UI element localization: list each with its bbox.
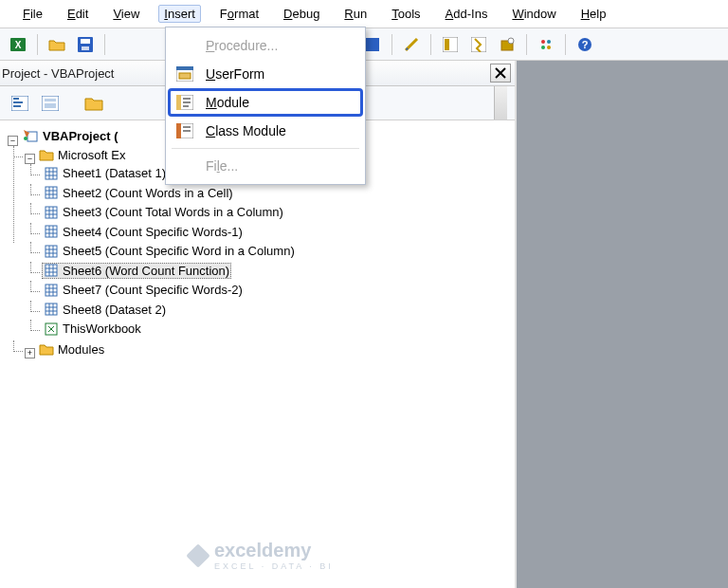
svg-point-16 <box>547 46 551 49</box>
worksheet-icon <box>44 303 59 316</box>
tree-modules[interactable]: Modules <box>37 341 106 358</box>
worksheet-icon <box>44 245 59 258</box>
expander-icon[interactable]: − <box>25 154 35 164</box>
svg-rect-53 <box>46 265 57 276</box>
menu-separator <box>172 148 359 149</box>
userform-icon <box>175 65 194 83</box>
tree-item-label: Sheet5 (Count Specific Word in a Column) <box>63 244 295 258</box>
mdi-client-area <box>517 61 728 588</box>
svg-rect-28 <box>46 168 57 179</box>
project-tree: −VBAProject (m)−Microsoft ExSheet1 (Data… <box>0 120 515 588</box>
menu-item-class-module[interactable]: Class Module <box>168 117 363 145</box>
menu-insert[interactable]: Insert <box>158 5 201 23</box>
svg-rect-3 <box>81 39 90 44</box>
watermark-brand: exceldemy <box>214 540 334 561</box>
menu-tools[interactable]: Tools <box>386 5 426 23</box>
svg-rect-24 <box>45 99 56 101</box>
menu-item-label: File... <box>206 158 238 174</box>
classmod-icon <box>175 122 194 139</box>
menu-edit[interactable]: Edit <box>62 5 94 23</box>
folder-icon[interactable] <box>82 91 106 116</box>
save-icon[interactable] <box>73 32 98 57</box>
open-icon[interactable] <box>45 32 69 57</box>
menu-add-ins[interactable]: Add-Ins <box>440 5 494 23</box>
tree-sheet-item[interactable]: Sheet2 (Count Words in a Cell) <box>42 185 235 201</box>
svg-point-13 <box>541 40 545 44</box>
svg-rect-7 <box>366 38 379 51</box>
tree-sheet-item[interactable]: Sheet8 (Dataset 2) <box>42 302 168 318</box>
workbook-icon <box>44 322 59 336</box>
tree-item-label: Sheet4 (Count Specific Words-1) <box>63 225 243 239</box>
svg-text:?: ? <box>582 39 589 50</box>
tree-sheet-item[interactable]: Sheet1 (Dataset 1) <box>42 165 168 181</box>
menu-item-module[interactable]: Module <box>168 88 363 117</box>
project-explorer-icon[interactable] <box>438 32 463 57</box>
view-code-icon[interactable] <box>8 91 32 116</box>
tree-item-label: Modules <box>58 342 104 357</box>
menu-item-file-: File... <box>168 152 363 180</box>
excel-app-icon[interactable]: X <box>6 32 30 57</box>
worksheet-icon <box>44 206 59 219</box>
folder-icon <box>39 149 54 161</box>
tree-sheet-item[interactable]: Sheet5 (Count Specific Word in a Column) <box>42 243 297 259</box>
tree-root[interactable]: VBAProject ( <box>20 127 119 144</box>
menu-item-label: Module <box>206 95 249 110</box>
svg-point-27 <box>24 137 27 140</box>
menu-file[interactable]: File <box>17 5 48 23</box>
expander-icon[interactable]: − <box>8 136 18 146</box>
menu-item-procedure-: Procedure... <box>168 31 363 60</box>
insert-menu-dropdown: Procedure...UserFormModuleClass ModuleFi… <box>165 27 366 185</box>
blank-icon <box>175 157 194 175</box>
properties-icon[interactable] <box>466 32 491 57</box>
menu-item-userform[interactable]: UserForm <box>168 60 363 88</box>
tree-excel-objects[interactable]: Microsoft Ex <box>37 147 128 163</box>
tree-item-label: VBAProject ( <box>43 129 118 143</box>
menu-item-label: Class Module <box>206 123 286 138</box>
svg-rect-75 <box>183 101 191 103</box>
svg-rect-22 <box>13 105 21 107</box>
svg-text:X: X <box>15 40 22 50</box>
design-mode-icon[interactable] <box>399 32 424 57</box>
tree-sheet-item[interactable]: Sheet4 (Count Specific Words-1) <box>42 224 245 240</box>
menubar: FileEditViewInsertFormatDebugRunToolsAdd… <box>0 0 728 28</box>
menu-run[interactable]: Run <box>338 5 373 23</box>
close-icon[interactable] <box>490 64 511 83</box>
tree-thisworkbook[interactable]: ThisWorkbook <box>42 321 143 337</box>
vbaproject-icon <box>22 128 39 143</box>
svg-rect-70 <box>176 66 193 70</box>
svg-rect-74 <box>183 98 191 100</box>
tree-sheet-item[interactable]: Sheet3 (Count Total Words in a Column) <box>42 204 285 220</box>
menu-item-label: UserForm <box>206 66 264 82</box>
tree-item-label: Sheet7 (Count Specific Words-2) <box>63 283 243 297</box>
menu-window[interactable]: Window <box>506 5 561 23</box>
tree-item-label: Sheet8 (Dataset 2) <box>63 303 166 317</box>
svg-rect-43 <box>46 226 57 237</box>
worksheet-icon <box>44 186 59 199</box>
svg-rect-73 <box>176 95 181 110</box>
tree-item-label: Sheet2 (Count Words in a Cell) <box>63 186 233 200</box>
svg-rect-58 <box>46 285 57 296</box>
tree-sheet-item[interactable]: Sheet6 (Word Count Function) <box>42 263 231 279</box>
help-icon[interactable]: ? <box>573 32 597 57</box>
view-object-icon[interactable] <box>38 91 63 116</box>
svg-rect-4 <box>82 46 89 50</box>
menu-format[interactable]: Format <box>214 5 264 23</box>
expander-icon[interactable]: + <box>25 348 35 358</box>
folder-icon <box>39 343 54 356</box>
toolbox-icon[interactable] <box>534 32 558 57</box>
menu-debug[interactable]: Debug <box>278 5 325 23</box>
tree-item-label: Microsoft Ex <box>58 148 126 162</box>
watermark: exceldemy EXCEL · DATA · BI <box>190 540 334 571</box>
menu-help[interactable]: Help <box>575 5 612 23</box>
svg-rect-21 <box>13 101 23 103</box>
menu-view[interactable]: View <box>107 5 145 23</box>
scrollbar-stub <box>494 86 507 119</box>
menu-item-label: Procedure... <box>206 38 278 53</box>
worksheet-icon <box>44 225 59 238</box>
worksheet-icon <box>44 284 59 297</box>
tree-sheet-item[interactable]: Sheet7 (Count Specific Words-2) <box>42 282 245 298</box>
object-browser-icon[interactable] <box>495 32 519 57</box>
project-window-title: Project - VBAProject <box>2 66 115 81</box>
svg-rect-20 <box>13 98 19 100</box>
svg-rect-63 <box>46 303 57 315</box>
